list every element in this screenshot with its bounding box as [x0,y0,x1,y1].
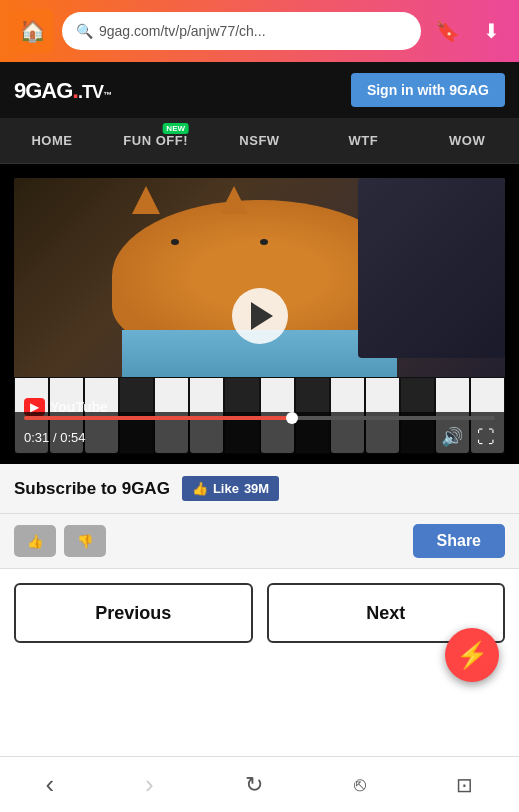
bottom-bar: ‹ › ↻ ⎋ ⊡ [0,756,519,812]
subscribe-bar: Subscribe to 9GAG 👍 Like 39M [0,464,519,514]
url-bar[interactable]: 🔍 9gag.com/tv/p/anjw77/ch... [62,12,421,50]
sign-in-button[interactable]: Sign in with 9GAG [351,73,505,107]
controls-row: 0:31 / 0:54 🔊 ⛶ [24,426,495,448]
bookmark-button[interactable]: 🔖 [429,13,465,49]
logo-tv: .TV [78,82,103,103]
browser-chrome: 🏠 🔍 9gag.com/tv/p/anjw77/ch... 🔖 ⬇ [0,0,519,62]
url-text: 9gag.com/tv/p/anjw77/ch... [99,23,266,39]
thumbs-down-button[interactable]: 👎 [64,525,106,557]
tabs-button[interactable]: ⊡ [448,765,481,805]
navigation-buttons: Previous Next [0,569,519,657]
fullscreen-icon[interactable]: ⛶ [477,427,495,448]
thumbs-down-icon: 👎 [77,534,94,549]
search-icon: 🔍 [76,23,93,39]
download-icon: ⬇ [483,19,500,43]
nav-item-home[interactable]: HOME [0,119,104,162]
back-button[interactable]: ‹ [37,761,62,808]
nav-item-wtf[interactable]: WTF [311,119,415,162]
thumbs-up-button[interactable]: 👍 [14,525,56,557]
site-header: 9GAG..TV™ Sign in with 9GAG [0,62,519,118]
progress-thumb [286,412,298,424]
fb-like-label: Like [213,481,239,496]
site-logo: 9GAG..TV™ [14,76,111,104]
nav-item-nsfw[interactable]: NSFW [208,119,312,162]
bookmark-icon: 🔖 [435,19,460,43]
play-button[interactable] [232,288,288,344]
logo-9gag: 9GAG [14,78,72,104]
forward-button[interactable]: › [137,761,162,808]
home-button[interactable]: 🏠 [10,9,54,53]
video-section: ▶ YouTube 0:31 / 0:54 🔊 ⛶ [0,164,519,464]
progress-fill [24,416,292,420]
fb-count: 39M [244,481,269,496]
video-controls: 0:31 / 0:54 🔊 ⛶ [14,412,505,454]
download-button[interactable]: ⬇ [473,13,509,49]
control-icons: 🔊 ⛶ [441,426,495,448]
share-button[interactable]: Share [413,524,505,558]
thumbs-up-icon: 👍 [27,534,44,549]
subscribe-text: Subscribe to 9GAG [14,479,170,499]
lightning-icon: ⚡ [456,640,488,671]
new-badge: NEW [162,123,189,134]
home-icon: 🏠 [19,18,46,44]
thumbs-up-icon: 👍 [192,481,208,496]
video-player[interactable]: ▶ YouTube 0:31 / 0:54 🔊 ⛶ [14,178,505,454]
nav-bar: HOME FUN OFF! NEW NSFW WTF WOW [0,118,519,164]
nav-item-funoff[interactable]: FUN OFF! NEW [104,119,208,162]
lightning-fab[interactable]: ⚡ [445,628,499,682]
logo-tm: ™ [103,90,111,100]
play-icon [251,302,273,330]
nav-item-wow[interactable]: WOW [415,119,519,162]
action-row: 👍 👎 Share [0,514,519,569]
previous-button[interactable]: Previous [14,583,253,643]
volume-icon[interactable]: 🔊 [441,426,463,448]
share-bottom-icon[interactable]: ⎋ [346,765,374,804]
time-display: 0:31 / 0:54 [24,430,85,445]
facebook-like-button[interactable]: 👍 Like 39M [182,476,279,501]
refresh-button[interactable]: ↻ [237,764,271,806]
progress-bar[interactable] [24,416,495,420]
